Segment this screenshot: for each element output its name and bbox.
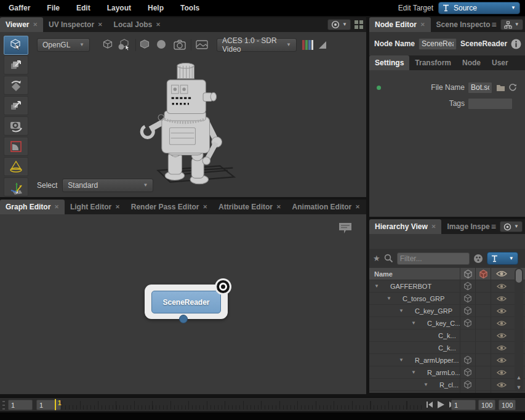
- scene-reader-node-body[interactable]: SceneReader: [151, 291, 221, 313]
- tab-light-editor[interactable]: Light Editor ✕: [65, 200, 126, 214]
- timeline-ruler[interactable]: [62, 399, 425, 410]
- timeline-current-frame-field[interactable]: [36, 400, 61, 410]
- close-icon[interactable]: ✕: [431, 224, 436, 230]
- close-icon[interactable]: ✕: [54, 204, 59, 210]
- expansion-cell[interactable]: [460, 342, 475, 353]
- translate-tool-button[interactable]: [4, 55, 28, 75]
- expansion-cell[interactable]: [460, 329, 475, 341]
- timeline-playhead[interactable]: [55, 399, 56, 410]
- render-cell[interactable]: [475, 329, 491, 341]
- image-view-options-button[interactable]: [191, 39, 212, 50]
- tab-uv-inspector[interactable]: UV Inspector ✕: [43, 17, 108, 32]
- expander-icon[interactable]: ▼: [423, 382, 428, 387]
- visibility-cell[interactable]: [491, 391, 512, 393]
- rotate-tool-button[interactable]: [4, 76, 28, 95]
- visibility-cell[interactable]: [491, 366, 512, 378]
- scale-tool-button[interactable]: [4, 96, 28, 115]
- visibility-column-header[interactable]: [491, 268, 512, 280]
- visibility-cell[interactable]: [491, 293, 512, 304]
- timeline-start-frame-field[interactable]: [8, 400, 33, 410]
- tab-node-editor[interactable]: Node Editor ✕: [369, 17, 431, 32]
- renderer-dropdown[interactable]: OpenGL ▼: [37, 38, 90, 52]
- selection-options-icon[interactable]: [473, 254, 483, 264]
- hierarchy-row[interactable]: ▼C_torso_GRP: [369, 293, 525, 305]
- lighting-mode-button[interactable]: [153, 39, 170, 51]
- tab-render-pass-editor[interactable]: Render Pass Editor ✕: [126, 200, 213, 214]
- menu-edit[interactable]: Edit: [76, 4, 90, 12]
- menu-file[interactable]: File: [47, 4, 60, 12]
- expander-icon[interactable]: ▼: [411, 320, 416, 326]
- hierarchy-scrollbar[interactable]: ▲ ▼: [515, 268, 523, 392]
- timeline-grip-handle[interactable]: [2, 401, 5, 410]
- menu-tools[interactable]: Tools: [180, 4, 199, 12]
- editor-focus-menu-button[interactable]: ▼: [500, 221, 523, 232]
- edit-target-dropdown[interactable]: Source ▼: [438, 2, 520, 14]
- tags-input[interactable]: [468, 98, 513, 110]
- tab-overflow-menu-icon[interactable]: ≡: [492, 20, 497, 29]
- timeline-frame-field[interactable]: [451, 400, 476, 410]
- editor-focus-menu-button[interactable]: ▼: [500, 19, 523, 30]
- expansion-cell[interactable]: [460, 280, 475, 292]
- menu-layout[interactable]: Layout: [107, 4, 131, 12]
- tab-overflow-menu-icon[interactable]: ≡: [491, 222, 496, 231]
- close-icon[interactable]: ✕: [33, 22, 38, 28]
- hierarchy-row[interactable]: C_k...: [369, 329, 525, 342]
- tab-scene-inspector[interactable]: Scene Inspecto: [431, 17, 492, 32]
- select-mode-dropdown[interactable]: Standard ▼: [62, 179, 153, 192]
- close-icon[interactable]: ✕: [98, 22, 103, 28]
- tab-attribute-editor[interactable]: Attribute Editor ✕: [213, 200, 287, 214]
- render-cell[interactable]: [475, 317, 491, 329]
- render-cell[interactable]: [475, 280, 491, 292]
- expander-icon[interactable]: ▼: [374, 283, 379, 289]
- timeline-range-end-field[interactable]: [499, 400, 516, 410]
- file-name-input[interactable]: [468, 82, 492, 94]
- visibility-cell[interactable]: [491, 354, 512, 366]
- timeline-end-field[interactable]: [478, 400, 495, 410]
- expander-icon[interactable]: ▼: [387, 296, 391, 301]
- folder-browse-icon[interactable]: [496, 84, 505, 92]
- crop-window-tool-button[interactable]: [4, 137, 28, 156]
- skip-to-start-button[interactable]: [426, 401, 433, 408]
- hierarchy-row[interactable]: ▼R_armLo...: [369, 366, 525, 379]
- render-cell[interactable]: [475, 293, 491, 304]
- tab-animation-editor[interactable]: Animation Editor ✕: [287, 200, 366, 214]
- hierarchy-row[interactable]: ▼R_cl...: [369, 379, 525, 391]
- name-column-header[interactable]: Name: [374, 270, 393, 278]
- viewport-3d[interactable]: [32, 55, 365, 176]
- close-icon[interactable]: ✕: [156, 22, 161, 28]
- camera-tool-button[interactable]: [4, 116, 28, 135]
- drawing-mode-button[interactable]: [100, 39, 116, 51]
- subtab-user[interactable]: User: [486, 55, 514, 70]
- expansion-mode-button[interactable]: [116, 38, 133, 52]
- hierarchy-row[interactable]: ▼C_key_GRP: [369, 305, 525, 317]
- tab-graph-editor[interactable]: Graph Editor ✕: [0, 200, 65, 214]
- visibility-cell[interactable]: [491, 379, 512, 390]
- bookmark-star-icon[interactable]: ★: [373, 254, 380, 263]
- select-tool-button[interactable]: [4, 36, 28, 55]
- scrollbar-thumb[interactable]: [516, 269, 522, 283]
- light-tool-button[interactable]: [4, 157, 28, 176]
- close-icon[interactable]: ✕: [355, 204, 360, 210]
- render-cell[interactable]: [475, 379, 491, 390]
- info-icon[interactable]: [511, 39, 521, 49]
- shading-mode-button[interactable]: [135, 39, 153, 51]
- layout-grid-icon[interactable]: [355, 20, 363, 29]
- render-cell[interactable]: [475, 366, 491, 378]
- tab-viewer[interactable]: Viewer ✕: [0, 17, 43, 32]
- camera-settings-button[interactable]: [170, 39, 191, 51]
- expansion-cell[interactable]: [460, 293, 475, 304]
- hierarchy-row[interactable]: ▼GAFFERBOT: [369, 280, 525, 293]
- expansion-cell[interactable]: [460, 317, 475, 329]
- expansion-cell[interactable]: [460, 391, 475, 393]
- tab-hierarchy-view[interactable]: Hierarchy View ✕: [369, 219, 441, 234]
- light-position-tool-button[interactable]: [4, 177, 28, 196]
- menu-gaffer[interactable]: Gaffer: [9, 4, 30, 12]
- tab-image-inspector[interactable]: Image Inspe: [441, 219, 491, 234]
- visibility-cell[interactable]: [491, 305, 512, 317]
- filter-input[interactable]: [397, 252, 470, 265]
- scene-filter-dropdown[interactable]: ▼: [487, 252, 518, 265]
- close-icon[interactable]: ✕: [115, 204, 120, 210]
- hierarchy-row[interactable]: ▼R_armUpper...: [369, 354, 525, 366]
- node-focus-indicator[interactable]: [215, 278, 231, 295]
- hierarchy-row[interactable]: ▼C_key_C...: [369, 317, 525, 329]
